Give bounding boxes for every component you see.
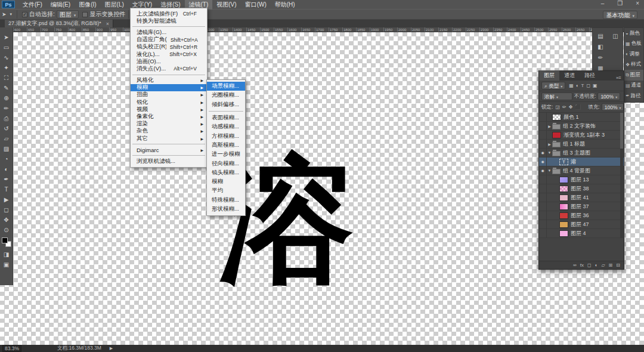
blur-submenu-item[interactable] xyxy=(209,111,243,112)
tool-preset-arrow-icon[interactable]: ▾ xyxy=(8,12,14,17)
blur-submenu-item[interactable]: 动感模糊... xyxy=(207,122,245,131)
blur-submenu-item[interactable]: 形状模糊... xyxy=(207,205,245,214)
filter-menu-item[interactable]: 其它 ▶ xyxy=(131,135,207,142)
filter-menu-item[interactable]: 转换为智能滤镜 xyxy=(131,17,207,24)
filter-menu-item[interactable] xyxy=(132,155,205,156)
dock-item-swatches[interactable]: ▦ 色板 xyxy=(624,39,643,50)
filter-pixel-layers-icon[interactable]: ▦ xyxy=(568,83,574,88)
blur-submenu-item[interactable]: 方框模糊... xyxy=(207,131,245,140)
filter-menu-item[interactable]: 消失点(V)... Alt+Ctrl+V xyxy=(131,65,207,72)
layer-row[interactable]: 图层 47 xyxy=(539,220,624,229)
visibility-eye-icon[interactable] xyxy=(539,122,547,130)
opacity-dropdown[interactable]: 100%▾ xyxy=(597,92,620,100)
dock-item-paths[interactable]: ✒ 路径 xyxy=(624,91,643,101)
group-expand-icon[interactable]: ▼ xyxy=(547,151,552,155)
blur-submenu-item[interactable]: 表面模糊... xyxy=(207,113,245,122)
filter-menu-item[interactable]: 液化(L)... Shift+Ctrl+X xyxy=(131,51,207,58)
filter-shape-layers-icon[interactable]: ◻ xyxy=(586,83,591,88)
blur-submenu-item[interactable]: 高斯模糊... xyxy=(207,141,245,150)
brush-tool[interactable]: ✏ xyxy=(1,103,13,113)
filter-adjustment-layers-icon[interactable]: ◐ xyxy=(575,83,580,88)
menubar-item[interactable]: 视图(V) xyxy=(212,0,240,10)
visibility-eye-icon[interactable] xyxy=(539,175,547,184)
layer-row[interactable]: ◉ T 溶 xyxy=(539,158,624,166)
blur-submenu-item[interactable]: 倾斜偏移... xyxy=(207,100,245,109)
visibility-eye-icon[interactable] xyxy=(539,113,547,121)
hand-tool[interactable]: ✥ xyxy=(1,215,13,225)
tab-layers[interactable]: 图层 xyxy=(539,70,559,81)
tab-paths[interactable]: 路径 xyxy=(580,70,600,81)
blur-submenu-item[interactable]: 镜头模糊... xyxy=(207,168,245,177)
filter-menu-item[interactable]: Digimarc ▶ xyxy=(131,146,207,153)
visibility-eye-icon[interactable] xyxy=(539,131,547,139)
menubar-item[interactable]: 图层(L) xyxy=(101,0,128,10)
link-layers-icon[interactable]: ∞ xyxy=(573,263,577,268)
filter-menu-item[interactable]: 滤镜库(G)... xyxy=(131,29,207,36)
lock-transparent-pixels-icon[interactable]: ◲ xyxy=(555,104,561,110)
group-expand-icon[interactable]: ▶ xyxy=(547,142,552,146)
tab-channels[interactable]: 通道 xyxy=(559,70,580,81)
tab-close-icon[interactable]: × xyxy=(106,21,109,27)
history-brush-tool[interactable]: ↺ xyxy=(1,123,13,134)
auto-select-dropdown[interactable]: 图层▾ xyxy=(57,10,79,18)
layers-scrollbar[interactable] xyxy=(620,113,623,238)
blur-submenu-item[interactable]: 特殊模糊... xyxy=(207,196,245,205)
blur-submenu-item[interactable]: 进一步模糊 xyxy=(207,150,245,159)
quick-selection-tool[interactable]: ✦ xyxy=(1,63,13,73)
filter-menu-item[interactable]: 扭曲 ▶ xyxy=(131,91,207,98)
layer-row[interactable]: 图层 37 xyxy=(539,202,624,211)
blur-submenu-item[interactable]: 场景模糊... xyxy=(207,82,245,91)
clone-stamp-tool[interactable]: ⎙ xyxy=(1,113,13,123)
lock-all-icon[interactable]: ⬛ xyxy=(574,104,581,110)
visibility-eye-icon[interactable] xyxy=(539,140,547,148)
panel-menu-icon[interactable]: »≡ xyxy=(614,75,624,81)
crop-tool[interactable]: ⛶ xyxy=(1,73,13,83)
layer-row[interactable]: ▶ 组 2 文字装饰 xyxy=(539,122,624,131)
status-options-arrow-icon[interactable]: ▶ xyxy=(110,346,113,351)
zoom-level-field[interactable]: 83.3% xyxy=(2,345,21,352)
menubar-item[interactable]: 帮助(H) xyxy=(271,0,299,10)
quick-mask-button[interactable]: ◨ xyxy=(1,249,13,260)
show-transform-checkbox[interactable] xyxy=(82,12,88,17)
screen-mode-button[interactable]: ▣ xyxy=(1,260,13,270)
eyedropper-tool[interactable]: ✎ xyxy=(1,83,13,93)
filter-menu-item[interactable]: 风格化 ▶ xyxy=(131,77,207,84)
filter-menu-item[interactable]: 浏览联机滤镜... xyxy=(131,158,207,165)
layer-filter-dropdown[interactable]: ⌕ 类型▾ xyxy=(541,82,565,89)
layer-row[interactable]: 图层 41 xyxy=(539,193,624,202)
auto-select-checkbox[interactable]: ✓ xyxy=(22,12,27,17)
layer-row[interactable]: 图层 4 xyxy=(539,229,624,238)
visibility-eye-icon[interactable] xyxy=(539,220,547,229)
visibility-eye-icon[interactable] xyxy=(539,211,547,220)
layer-row[interactable]: 图层 36 xyxy=(539,211,624,220)
menubar-item[interactable]: 编辑(E) xyxy=(47,0,75,10)
menubar-item[interactable]: 文件(F) xyxy=(18,0,47,10)
blur-submenu-item[interactable]: 平均 xyxy=(207,186,245,195)
delete-layer-icon[interactable]: ⊟ xyxy=(616,263,620,268)
filter-type-layers-icon[interactable]: T xyxy=(581,83,585,88)
properties-panel-icon[interactable]: ◧ xyxy=(595,41,606,52)
dock-item-color[interactable]: ◒ 颜色 xyxy=(624,28,643,39)
blur-submenu-item[interactable]: 径向模糊... xyxy=(207,159,245,168)
menubar-item[interactable]: 图像(I) xyxy=(75,0,100,10)
filter-menu-item[interactable]: 油画(O)... xyxy=(131,58,207,65)
layer-row[interactable]: ◉ ▼ 组 3 主题图 xyxy=(539,149,624,158)
filter-menu-item[interactable]: 锐化 ▶ xyxy=(131,98,207,106)
pen-tool[interactable]: ✒ xyxy=(1,174,13,184)
adjustment-layer-icon[interactable]: ◐ xyxy=(595,263,598,268)
type-tool[interactable]: T xyxy=(1,184,13,194)
dock-item-styles[interactable]: ❖ 样式 xyxy=(624,60,643,70)
menubar-item[interactable]: 窗口(W) xyxy=(241,0,271,10)
document-tab[interactable]: 27.溶解文字.psd @ 83.3%(溶, RGB/8)* × xyxy=(5,20,113,27)
eraser-tool[interactable]: ▱ xyxy=(1,134,13,144)
path-selection-tool[interactable]: ▶ xyxy=(1,194,13,205)
filter-menu-item[interactable] xyxy=(132,144,205,144)
zoom-tool[interactable]: ⊙ xyxy=(1,225,13,235)
dock-item-layers[interactable]: ⧉ 图层 xyxy=(624,70,643,81)
actions-panel-icon[interactable]: ◫ xyxy=(609,30,621,41)
filter-menu-item[interactable] xyxy=(132,75,205,75)
lock-position-icon[interactable]: ✥ xyxy=(568,104,574,110)
blend-mode-dropdown[interactable]: 溶解▾ xyxy=(541,92,572,100)
gradient-tool[interactable]: ▨ xyxy=(1,144,13,154)
filter-menu-item[interactable]: 自适应广角(A)... Shift+Ctrl+A xyxy=(131,36,207,44)
